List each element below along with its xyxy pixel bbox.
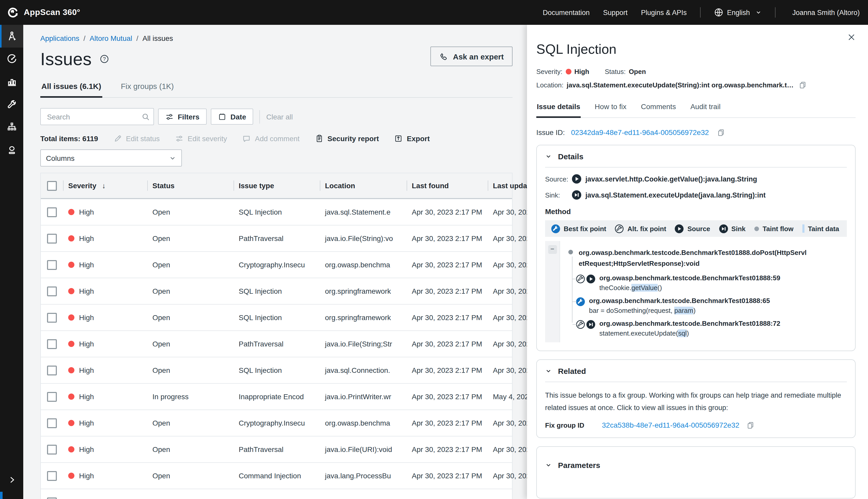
clear-all-button[interactable]: Clear all bbox=[266, 112, 293, 121]
sidebar-item-applications[interactable] bbox=[0, 25, 23, 48]
language-selector[interactable]: English bbox=[714, 8, 762, 17]
row-checkbox[interactable] bbox=[47, 233, 57, 243]
table-row[interactable]: High Open Cryptography.Insecu org.owasp.… bbox=[41, 410, 512, 436]
breadcrumb-altoro-mutual[interactable]: Altoro Mutual bbox=[90, 34, 132, 42]
severity-value: High bbox=[79, 287, 94, 295]
row-checkbox[interactable] bbox=[47, 313, 57, 322]
sidebar-expand-button[interactable] bbox=[0, 475, 23, 485]
trace-root-node[interactable]: org.owasp.benchmark.testcode.BenchmarkTe… bbox=[568, 247, 847, 269]
tab-all-issues[interactable]: All issues (6.1K) bbox=[40, 78, 102, 98]
table-row[interactable]: High Open Cryptography.Insecu org.owasp.… bbox=[41, 252, 512, 278]
tab-issue-details[interactable]: Issue details bbox=[536, 100, 581, 118]
last-updated-value: Apr 30, 2023 2:17 PM bbox=[493, 287, 527, 295]
app-window: AppScan 360° Documentation Support Plugi… bbox=[0, 0, 868, 499]
tab-fix-groups[interactable]: Fix groups (1K) bbox=[120, 78, 175, 97]
issue-meta: Severity: High Status: Open bbox=[536, 68, 856, 75]
table-row[interactable]: High Open SQL Injection org.springframew… bbox=[41, 305, 512, 331]
table-row[interactable]: High Open PathTraversal java.io.File(Str… bbox=[41, 331, 512, 357]
copy-icon[interactable] bbox=[746, 421, 754, 429]
best-fix-point-icon bbox=[576, 297, 585, 314]
status-value: Open bbox=[152, 419, 170, 427]
breadcrumb-applications[interactable]: Applications bbox=[40, 34, 79, 42]
edit-severity-button[interactable]: Edit severity bbox=[175, 134, 227, 143]
sink-value: java.sql.Statement.executeUpdate(java.la… bbox=[586, 191, 766, 199]
table-row[interactable]: High Open SQL Injection java.sql.Stateme… bbox=[41, 199, 512, 226]
search-icon bbox=[141, 112, 150, 121]
help-icon[interactable]: ? bbox=[100, 54, 109, 64]
status-value: Open bbox=[152, 260, 170, 269]
legend-sink: Sink bbox=[719, 224, 745, 233]
nav-documentation[interactable]: Documentation bbox=[543, 9, 590, 16]
filter-sliders-icon bbox=[165, 112, 174, 121]
table-row[interactable]: High In progress Inappropriate Encod jav… bbox=[41, 384, 512, 410]
svg-text:?: ? bbox=[103, 56, 106, 62]
brand-name: AppScan 360° bbox=[24, 8, 80, 17]
edit-status-button[interactable]: Edit status bbox=[114, 134, 160, 143]
table-row[interactable]: High Open PathTraversal java.io.File(Str… bbox=[41, 226, 512, 252]
severity-high-dot bbox=[68, 473, 74, 479]
table-row[interactable]: High In progress Inappropriate Encod jav… bbox=[41, 489, 512, 499]
search-input[interactable] bbox=[46, 112, 141, 121]
last-updated-value: Apr 30, 2023 2:17 PM bbox=[493, 340, 527, 348]
source-icon bbox=[587, 275, 595, 292]
export-button[interactable]: Export bbox=[394, 134, 430, 143]
row-checkbox[interactable] bbox=[47, 471, 57, 480]
sidebar-item-scans[interactable] bbox=[0, 48, 23, 70]
close-icon[interactable] bbox=[847, 33, 856, 41]
related-section-header[interactable]: Related bbox=[545, 367, 847, 375]
trace-node-sink[interactable]: org.owasp.benchmark.testcode.BenchmarkTe… bbox=[576, 319, 847, 337]
columns-dropdown[interactable]: Columns bbox=[40, 149, 182, 167]
table-row[interactable]: High Open PathTraversal java.io.File(URI… bbox=[41, 436, 512, 463]
sidebar-item-organization[interactable] bbox=[0, 116, 23, 138]
column-header-issue-type[interactable]: Issue type bbox=[234, 173, 320, 198]
trace-node-source[interactable]: org.owasp.benchmark.testcode.BenchmarkTe… bbox=[576, 274, 847, 292]
user-menu[interactable]: Joanna Smith (Altoro) bbox=[792, 9, 860, 16]
bulk-action-bar: Total items: 6119 Edit status bbox=[40, 134, 513, 143]
column-header-severity[interactable]: Severity ↓ bbox=[63, 173, 147, 198]
column-header-last-found[interactable]: Last found bbox=[407, 173, 488, 198]
column-header-last-updated[interactable]: Last updated bbox=[488, 173, 527, 198]
details-section-header[interactable]: Details bbox=[545, 152, 847, 161]
nav-support[interactable]: Support bbox=[603, 9, 628, 16]
filters-button[interactable]: Filters bbox=[158, 109, 207, 125]
status-value: Open bbox=[152, 366, 170, 374]
sidebar-item-user[interactable] bbox=[0, 138, 23, 161]
hierarchy-icon bbox=[7, 122, 17, 132]
nav-plugins-apis[interactable]: Plugins & APIs bbox=[641, 9, 687, 16]
severity-high-dot bbox=[68, 446, 74, 452]
row-checkbox[interactable] bbox=[47, 497, 57, 499]
tab-comments[interactable]: Comments bbox=[640, 100, 676, 117]
tab-audit-trail[interactable]: Audit trail bbox=[690, 100, 721, 117]
sidebar-item-reports[interactable] bbox=[0, 70, 23, 93]
date-button[interactable]: Date bbox=[211, 109, 253, 125]
row-checkbox[interactable] bbox=[47, 445, 57, 454]
column-header-location[interactable]: Location bbox=[320, 173, 407, 198]
fix-group-id-link[interactable]: 32ca538b-48e7-ed11-96a4-005056972e32 bbox=[602, 421, 739, 429]
copy-icon[interactable] bbox=[799, 81, 806, 89]
parameters-section-header[interactable]: Parameters bbox=[545, 461, 847, 470]
ask-an-expert-button[interactable]: Ask an expert bbox=[430, 47, 513, 66]
row-checkbox[interactable] bbox=[47, 207, 57, 217]
column-header-status[interactable]: Status bbox=[147, 173, 234, 198]
collapse-button[interactable]: − bbox=[548, 245, 557, 254]
add-comment-button[interactable]: Add comment bbox=[242, 134, 300, 143]
select-all-checkbox[interactable] bbox=[47, 181, 57, 191]
table-row[interactable]: High Open Command Injection java.lang.Pr… bbox=[41, 463, 512, 489]
sidebar-item-tools[interactable] bbox=[0, 93, 23, 116]
copy-icon[interactable] bbox=[717, 129, 725, 136]
row-checkbox[interactable] bbox=[47, 260, 57, 270]
row-checkbox[interactable] bbox=[47, 339, 57, 349]
row-checkbox[interactable] bbox=[47, 286, 57, 296]
details-section: Details Source: javax.servlet.http.Cooki… bbox=[536, 145, 856, 351]
security-report-button[interactable]: Security report bbox=[315, 134, 379, 143]
tab-how-to-fix[interactable]: How to fix bbox=[594, 100, 627, 117]
row-checkbox[interactable] bbox=[47, 392, 57, 402]
table-row[interactable]: High Open SQL Injection java.sql.Connect… bbox=[41, 357, 512, 384]
issue-id-link[interactable]: 02342da9-48e7-ed11-96a4-005056972e32 bbox=[571, 128, 709, 136]
table-row[interactable]: High Open SQL Injection org.springframew… bbox=[41, 278, 512, 305]
trace-node-best-fix[interactable]: org.owasp.benchmark.testcode.BenchmarkTe… bbox=[576, 297, 847, 314]
row-checkbox[interactable] bbox=[47, 365, 57, 375]
row-checkbox[interactable] bbox=[47, 418, 57, 428]
last-updated-value: Apr 30, 2023 2:17 PM bbox=[493, 366, 527, 374]
status-value: In progress bbox=[152, 498, 189, 499]
